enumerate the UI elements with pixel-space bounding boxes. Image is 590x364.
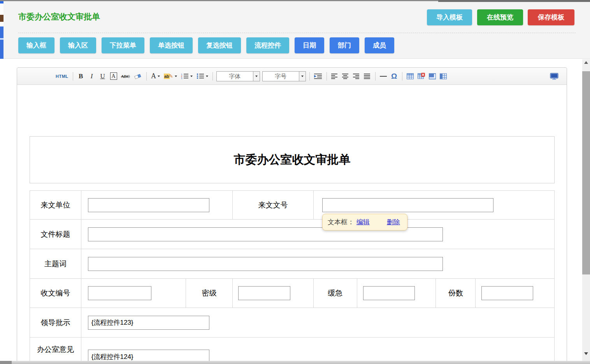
- font-color-button[interactable]: A: [150, 71, 161, 81]
- align-center-button[interactable]: [341, 71, 350, 81]
- font-size-select[interactable]: 字号: [262, 71, 306, 81]
- document-title: 市委办公室收文审批单: [234, 152, 351, 168]
- align-center-icon: [342, 74, 349, 79]
- ordered-list-icon: 1 2 3: [181, 73, 189, 79]
- label-receipt-number: 收文编号: [30, 279, 81, 308]
- svg-text:3: 3: [181, 77, 183, 79]
- urgency-input[interactable]: [363, 286, 415, 300]
- unordered-list-button[interactable]: [195, 71, 209, 81]
- label-urgency: 缓急: [314, 279, 357, 308]
- html-source-button[interactable]: HTML: [54, 71, 70, 81]
- widget-input-box-button[interactable]: 输入框: [18, 37, 54, 53]
- textbox-context-tooltip: 文本框： 编辑 删除: [322, 214, 407, 230]
- label-document-title: 文件标题: [30, 220, 81, 249]
- toolbar-separator: [146, 72, 147, 81]
- indent-button[interactable]: [313, 71, 323, 81]
- toolbar-separator: [327, 72, 327, 81]
- toolbar-separator: [309, 72, 310, 81]
- widget-dropdown-button[interactable]: 下拉菜单: [102, 37, 144, 53]
- delete-table-button[interactable]: [416, 71, 426, 81]
- secrecy-level-input[interactable]: [238, 286, 290, 300]
- widget-textarea-button[interactable]: 输入区: [60, 37, 96, 53]
- rich-text-editor: HTML B I U A ABC A ab ✎: [17, 67, 567, 364]
- table-row: 主题词: [30, 249, 554, 279]
- scrollbar-thumb[interactable]: [582, 71, 590, 274]
- font-size-dropdown-arrow[interactable]: [299, 72, 306, 81]
- align-left-icon: [331, 74, 338, 79]
- font-family-dropdown-arrow[interactable]: [253, 72, 260, 81]
- widget-flow-control-button[interactable]: 流程控件: [246, 37, 289, 53]
- cell-properties-button[interactable]: [439, 71, 448, 81]
- save-template-button[interactable]: 保存模板: [528, 9, 574, 25]
- widget-member-button[interactable]: 成员: [365, 37, 394, 53]
- label-leader-instructions: 领导批示: [30, 308, 81, 337]
- remove-format-button[interactable]: [133, 71, 143, 81]
- strikethrough-button[interactable]: ABC: [120, 71, 131, 81]
- special-char-button[interactable]: Ω: [390, 71, 399, 81]
- chevron-down-icon: [255, 76, 258, 77]
- bold-button[interactable]: B: [76, 71, 86, 81]
- label-copies: 份数: [436, 279, 476, 308]
- cell-properties-icon: [440, 73, 447, 79]
- widget-radio-button[interactable]: 单选按钮: [150, 37, 193, 53]
- widget-button-row: 输入框 输入区 下拉菜单 单选按钮 复选按钮 流程控件 日期 部门 成员: [18, 37, 394, 53]
- window-left-edge-mark: [0, 15, 4, 22]
- align-right-button[interactable]: [352, 71, 361, 81]
- window-bottom-corner: [0, 361, 12, 364]
- toolbar-separator: [212, 72, 213, 81]
- italic-button[interactable]: I: [87, 71, 97, 81]
- table-properties-button[interactable]: [428, 71, 437, 81]
- underline-button[interactable]: U: [98, 71, 107, 81]
- scroll-up-arrow-icon[interactable]: [584, 61, 588, 64]
- fullscreen-button[interactable]: [549, 71, 560, 81]
- receipt-number-input[interactable]: [88, 286, 151, 300]
- align-justify-button[interactable]: [363, 71, 372, 81]
- editor-toolbar: HTML B I U A ABC A ab ✎: [17, 68, 567, 85]
- widget-department-button[interactable]: 部门: [330, 37, 359, 53]
- online-preview-button[interactable]: 在线预览: [477, 9, 523, 25]
- document-title-box[interactable]: 市委办公室收文审批单: [30, 136, 555, 183]
- unordered-list-icon: [197, 73, 204, 79]
- format-block-button[interactable]: A: [109, 71, 118, 81]
- chevron-down-icon: [158, 76, 160, 77]
- align-justify-icon: [364, 74, 371, 79]
- widget-date-button[interactable]: 日期: [295, 37, 324, 53]
- horizontal-rule-icon: [380, 76, 387, 77]
- widget-checkbox-button[interactable]: 复选按钮: [198, 37, 241, 53]
- chevron-down-icon: [206, 76, 208, 77]
- table-row: 文件标题: [30, 220, 554, 249]
- toolbar-separator: [402, 72, 402, 81]
- leader-instructions-input[interactable]: [88, 316, 209, 330]
- import-template-button[interactable]: 导入模板: [427, 9, 472, 25]
- monitor-icon: [550, 73, 558, 80]
- chevron-down-icon: [190, 76, 193, 77]
- copies-input[interactable]: [481, 286, 533, 300]
- ordered-list-button[interactable]: 1 2 3: [180, 71, 194, 81]
- eraser-icon: [134, 73, 142, 79]
- toolbar-separator: [73, 72, 73, 81]
- indent-icon: [314, 73, 322, 79]
- highlight-color-button[interactable]: ab ✎: [163, 71, 178, 81]
- horizontal-rule-button[interactable]: [379, 71, 388, 81]
- table-icon: [407, 73, 414, 79]
- page-title: 市委办公室收文审批单: [18, 11, 100, 22]
- label-incoming-doc-number: 来文文号: [233, 191, 314, 219]
- scroll-down-arrow-icon[interactable]: [584, 352, 588, 355]
- label-office-opinion: 办公室意见: [30, 338, 81, 364]
- subject-words-input[interactable]: [88, 257, 443, 271]
- align-left-button[interactable]: [330, 71, 339, 81]
- incoming-unit-input[interactable]: [88, 198, 209, 212]
- tooltip-edit-link[interactable]: 编辑: [356, 218, 370, 227]
- table-row: 领导批示: [30, 308, 554, 338]
- label-subject-words: 主题词: [30, 249, 81, 278]
- pencil-icon: ✎: [169, 73, 173, 79]
- incoming-doc-number-input[interactable]: [322, 198, 493, 212]
- vertical-scrollbar[interactable]: [582, 59, 590, 361]
- boxed-a-icon: A: [110, 72, 117, 80]
- font-family-value: 字体: [217, 72, 253, 81]
- insert-table-button[interactable]: [406, 71, 415, 81]
- table-row: 办公室意见: [30, 338, 554, 364]
- table-row: 收文编号 密级 缓急 份数: [30, 279, 554, 308]
- font-family-select[interactable]: 字体: [216, 71, 260, 81]
- tooltip-delete-link[interactable]: 删除: [387, 218, 400, 227]
